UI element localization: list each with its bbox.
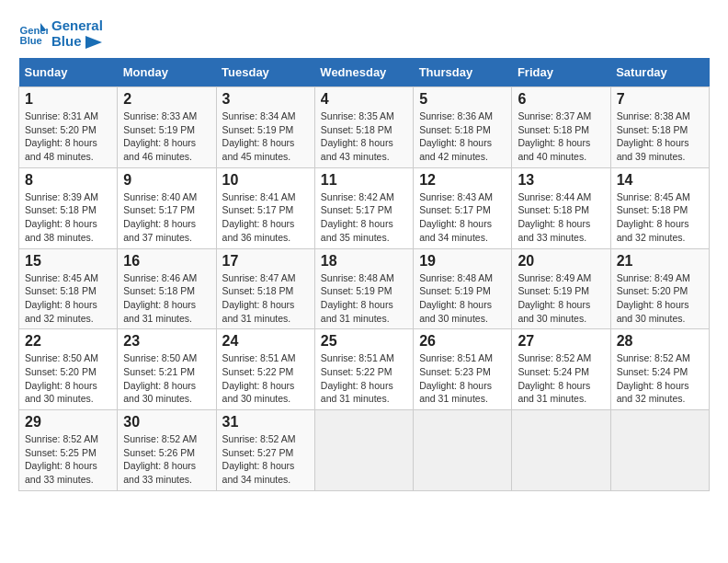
day-info: Sunrise: 8:35 AMSunset: 5:18 PMDaylight:…: [321, 109, 407, 164]
calendar-cell: 15Sunrise: 8:45 AMSunset: 5:18 PMDayligh…: [19, 248, 118, 329]
calendar-cell: 25Sunrise: 8:51 AMSunset: 5:22 PMDayligh…: [314, 329, 413, 410]
calendar-cell: 20Sunrise: 8:49 AMSunset: 5:19 PMDayligh…: [512, 248, 610, 329]
calendar-cell: 31Sunrise: 8:52 AMSunset: 5:27 PMDayligh…: [216, 410, 314, 491]
calendar-week-5: 29Sunrise: 8:52 AMSunset: 5:25 PMDayligh…: [19, 410, 710, 491]
day-number: 11: [321, 172, 407, 189]
calendar-cell: 16Sunrise: 8:46 AMSunset: 5:18 PMDayligh…: [118, 248, 216, 329]
calendar-cell: 2Sunrise: 8:33 AMSunset: 5:19 PMDaylight…: [118, 87, 216, 168]
day-info: Sunrise: 8:43 AMSunset: 5:17 PMDaylight:…: [419, 190, 506, 245]
calendar-cell: 7Sunrise: 8:38 AMSunset: 5:18 PMDaylight…: [610, 87, 709, 168]
calendar-cell: 8Sunrise: 8:39 AMSunset: 5:18 PMDaylight…: [19, 167, 118, 248]
calendar-cell: [512, 410, 610, 491]
svg-marker-3: [85, 36, 102, 49]
header-thursday: Thursday: [414, 58, 512, 87]
calendar-cell: 21Sunrise: 8:49 AMSunset: 5:20 PMDayligh…: [610, 248, 709, 329]
header-saturday: Saturday: [610, 58, 709, 87]
logo-icon: General Blue: [18, 19, 48, 49]
day-number: 1: [25, 91, 111, 108]
day-number: 14: [617, 172, 703, 189]
calendar-cell: 10Sunrise: 8:41 AMSunset: 5:17 PMDayligh…: [216, 167, 314, 248]
day-number: 3: [222, 91, 309, 108]
day-info: Sunrise: 8:44 AMSunset: 5:18 PMDaylight:…: [518, 190, 604, 245]
day-info: Sunrise: 8:42 AMSunset: 5:17 PMDaylight:…: [321, 190, 407, 245]
calendar-cell: 12Sunrise: 8:43 AMSunset: 5:17 PMDayligh…: [414, 167, 512, 248]
calendar-cell: 1Sunrise: 8:31 AMSunset: 5:20 PMDaylight…: [19, 87, 118, 168]
day-info: Sunrise: 8:51 AMSunset: 5:22 PMDaylight:…: [321, 351, 407, 406]
day-number: 30: [123, 414, 210, 431]
day-number: 21: [617, 253, 703, 270]
day-number: 31: [222, 414, 309, 431]
svg-text:Blue: Blue: [20, 35, 42, 46]
day-number: 29: [25, 414, 111, 431]
calendar-cell: 27Sunrise: 8:52 AMSunset: 5:24 PMDayligh…: [512, 329, 610, 410]
calendar-cell: 18Sunrise: 8:48 AMSunset: 5:19 PMDayligh…: [314, 248, 413, 329]
calendar-cell: 3Sunrise: 8:34 AMSunset: 5:19 PMDaylight…: [216, 87, 314, 168]
calendar-cell: 9Sunrise: 8:40 AMSunset: 5:17 PMDaylight…: [118, 167, 216, 248]
day-number: 12: [419, 172, 506, 189]
day-info: Sunrise: 8:52 AMSunset: 5:27 PMDaylight:…: [222, 432, 309, 487]
header-wednesday: Wednesday: [314, 58, 413, 87]
header-tuesday: Tuesday: [216, 58, 314, 87]
calendar-cell: 22Sunrise: 8:50 AMSunset: 5:20 PMDayligh…: [19, 329, 118, 410]
day-number: 6: [518, 91, 604, 108]
day-info: Sunrise: 8:52 AMSunset: 5:26 PMDaylight:…: [123, 432, 210, 487]
calendar-cell: 17Sunrise: 8:47 AMSunset: 5:18 PMDayligh…: [216, 248, 314, 329]
calendar-week-4: 22Sunrise: 8:50 AMSunset: 5:20 PMDayligh…: [19, 329, 710, 410]
calendar-cell: 23Sunrise: 8:50 AMSunset: 5:21 PMDayligh…: [118, 329, 216, 410]
day-info: Sunrise: 8:49 AMSunset: 5:20 PMDaylight:…: [617, 271, 703, 326]
calendar-cell: 13Sunrise: 8:44 AMSunset: 5:18 PMDayligh…: [512, 167, 610, 248]
calendar-table: SundayMondayTuesdayWednesdayThursdayFrid…: [18, 58, 710, 491]
day-number: 22: [25, 333, 111, 350]
logo-flag-icon: [85, 36, 102, 49]
day-info: Sunrise: 8:36 AMSunset: 5:18 PMDaylight:…: [419, 109, 506, 164]
day-info: Sunrise: 8:50 AMSunset: 5:21 PMDaylight:…: [123, 351, 210, 406]
day-number: 4: [321, 91, 407, 108]
logo: General Blue General Blue: [18, 18, 103, 49]
day-info: Sunrise: 8:33 AMSunset: 5:19 PMDaylight:…: [123, 109, 210, 164]
day-number: 24: [222, 333, 309, 350]
calendar-cell: 28Sunrise: 8:52 AMSunset: 5:24 PMDayligh…: [610, 329, 709, 410]
calendar-cell: 6Sunrise: 8:37 AMSunset: 5:18 PMDaylight…: [512, 87, 610, 168]
day-number: 7: [617, 91, 703, 108]
calendar-cell: 5Sunrise: 8:36 AMSunset: 5:18 PMDaylight…: [414, 87, 512, 168]
day-info: Sunrise: 8:45 AMSunset: 5:18 PMDaylight:…: [25, 271, 111, 326]
day-number: 2: [123, 91, 210, 108]
header-sunday: Sunday: [19, 58, 118, 87]
day-info: Sunrise: 8:51 AMSunset: 5:23 PMDaylight:…: [419, 351, 506, 406]
day-number: 23: [123, 333, 210, 350]
day-info: Sunrise: 8:46 AMSunset: 5:18 PMDaylight:…: [123, 271, 210, 326]
day-info: Sunrise: 8:41 AMSunset: 5:17 PMDaylight:…: [222, 190, 309, 245]
day-info: Sunrise: 8:34 AMSunset: 5:19 PMDaylight:…: [222, 109, 309, 164]
day-info: Sunrise: 8:48 AMSunset: 5:19 PMDaylight:…: [321, 271, 407, 326]
calendar-cell: 4Sunrise: 8:35 AMSunset: 5:18 PMDaylight…: [314, 87, 413, 168]
day-info: Sunrise: 8:50 AMSunset: 5:20 PMDaylight:…: [25, 351, 111, 406]
day-number: 18: [321, 253, 407, 270]
calendar-cell: [414, 410, 512, 491]
calendar-cell: 14Sunrise: 8:45 AMSunset: 5:18 PMDayligh…: [610, 167, 709, 248]
calendar-header-row: SundayMondayTuesdayWednesdayThursdayFrid…: [19, 58, 710, 87]
day-number: 26: [419, 333, 506, 350]
calendar-cell: [610, 410, 709, 491]
day-info: Sunrise: 8:52 AMSunset: 5:24 PMDaylight:…: [518, 351, 604, 406]
calendar-cell: 29Sunrise: 8:52 AMSunset: 5:25 PMDayligh…: [19, 410, 118, 491]
day-info: Sunrise: 8:45 AMSunset: 5:18 PMDaylight:…: [617, 190, 703, 245]
day-number: 20: [518, 253, 604, 270]
day-number: 9: [123, 172, 210, 189]
calendar-week-2: 8Sunrise: 8:39 AMSunset: 5:18 PMDaylight…: [19, 167, 710, 248]
day-number: 5: [419, 91, 506, 108]
day-number: 13: [518, 172, 604, 189]
day-info: Sunrise: 8:39 AMSunset: 5:18 PMDaylight:…: [25, 190, 111, 245]
day-number: 8: [25, 172, 111, 189]
day-info: Sunrise: 8:51 AMSunset: 5:22 PMDaylight:…: [222, 351, 309, 406]
day-number: 15: [25, 253, 111, 270]
calendar-cell: [314, 410, 413, 491]
calendar-cell: 11Sunrise: 8:42 AMSunset: 5:17 PMDayligh…: [314, 167, 413, 248]
day-info: Sunrise: 8:31 AMSunset: 5:20 PMDaylight:…: [25, 109, 111, 164]
calendar-cell: 19Sunrise: 8:48 AMSunset: 5:19 PMDayligh…: [414, 248, 512, 329]
day-number: 16: [123, 253, 210, 270]
logo-general: General: [51, 18, 103, 34]
calendar-cell: 26Sunrise: 8:51 AMSunset: 5:23 PMDayligh…: [414, 329, 512, 410]
day-number: 17: [222, 253, 309, 270]
calendar-cell: 30Sunrise: 8:52 AMSunset: 5:26 PMDayligh…: [118, 410, 216, 491]
page-header: General Blue General Blue: [18, 18, 710, 49]
